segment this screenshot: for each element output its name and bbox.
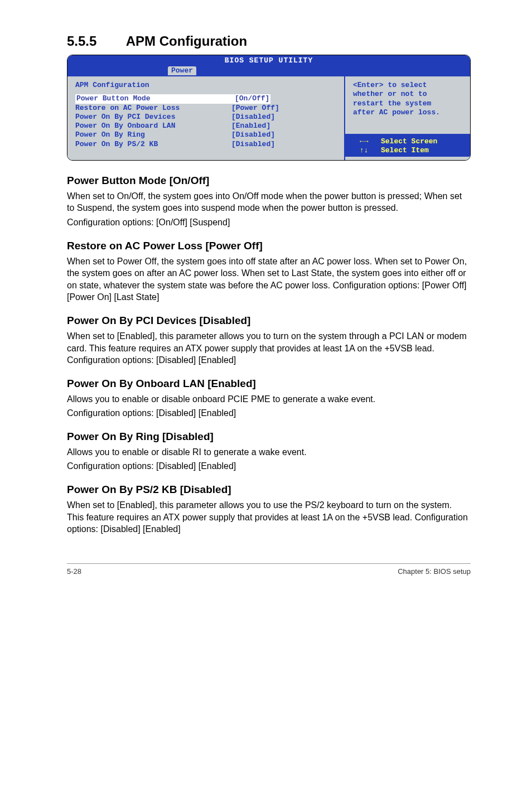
option-heading: Power On By Onboard LAN [Enabled] — [67, 378, 471, 390]
section-title: APM Configuration — [126, 33, 247, 49]
bios-setting-value: [On/Off] — [234, 94, 270, 103]
bios-setting-row: Power Button Mode[On/Off] — [75, 94, 336, 103]
option-block: Power On By Ring [Disabled]Allows you to… — [67, 431, 471, 472]
option-paragraph: Configuration options: [Disabled] [Enabl… — [67, 407, 471, 419]
option-paragraph: Allows you to enable or disable RI to ge… — [67, 446, 471, 458]
bios-setting-label: Restore on AC Power Loss — [75, 104, 231, 113]
bios-panel-title: APM Configuration — [75, 81, 336, 90]
option-paragraph: Allows you to enable or disable onboard … — [67, 393, 471, 405]
bios-setting-label: Power Button Mode — [75, 94, 234, 103]
bios-setting-value: [Disabled] — [231, 113, 275, 122]
bios-setting-row: Power On By Ring[Disabled] — [75, 131, 336, 139]
bios-help-line: <Enter> to select — [353, 81, 465, 90]
bios-help-line: whether or not to — [353, 90, 465, 99]
option-paragraph: Configuration options: [Disabled] [Enabl… — [67, 460, 471, 472]
option-block: Power On By Onboard LAN [Enabled]Allows … — [67, 378, 471, 419]
bios-screenshot: BIOS SETUP UTILITY Power APM Configurati… — [67, 55, 471, 161]
bios-setting-label: Power On By Onboard LAN — [75, 122, 231, 131]
option-block: Restore on AC Power Loss [Power Off]When… — [67, 240, 471, 303]
bios-setting-row: Power On By PS/2 KB[Disabled] — [75, 140, 336, 149]
page-number: 5-28 — [67, 567, 81, 576]
option-heading: Restore on AC Power Loss [Power Off] — [67, 240, 471, 252]
option-block: Power On By PCI Devices [Disabled]When s… — [67, 315, 471, 366]
bios-setting-value: [Disabled] — [231, 131, 275, 139]
option-heading: Power Button Mode [On/Off] — [67, 175, 471, 187]
option-paragraph: When set to [Enabled], this parameter al… — [67, 499, 471, 535]
option-paragraph: When set to [Enabled], this parameter al… — [67, 330, 471, 366]
page-footer: 5-28 Chapter 5: BIOS setup — [67, 563, 471, 576]
bios-key-legend: ←→ Select Screen ↑↓ Select Item — [345, 134, 470, 157]
bios-setting-label: Power On By Ring — [75, 131, 231, 139]
bios-active-tab: Power — [168, 66, 196, 75]
bios-help-line: after AC power loss. — [353, 108, 465, 117]
bios-setting-row: Power On By PCI Devices[Disabled] — [75, 113, 336, 122]
bios-tab-row: Power — [67, 66, 470, 76]
option-heading: Power On By Ring [Disabled] — [67, 431, 471, 443]
arrow-left-right-icon: ←→ — [350, 137, 381, 146]
key-label: Select Screen — [381, 137, 437, 146]
bios-setting-row: Power On By Onboard LAN[Enabled] — [75, 122, 336, 131]
option-paragraph: When set to Power Off, the system goes i… — [67, 255, 471, 303]
option-paragraph: Configuration options: [On/Off] [Suspend… — [67, 216, 471, 229]
option-heading: Power On By PS/2 KB [Disabled] — [67, 484, 471, 496]
bios-setting-value: [Disabled] — [231, 140, 275, 149]
bios-setting-value: [Power Off] — [231, 104, 279, 113]
bios-title-bar: BIOS SETUP UTILITY — [67, 55, 470, 66]
option-block: Power On By PS/2 KB [Disabled]When set t… — [67, 484, 471, 535]
bios-setting-row: Restore on AC Power Loss[Power Off] — [75, 104, 336, 113]
arrow-up-down-icon: ↑↓ — [350, 146, 381, 155]
option-heading: Power On By PCI Devices [Disabled] — [67, 315, 471, 327]
chapter-title: Chapter 5: BIOS setup — [398, 567, 471, 576]
section-heading: 5.5.5 APM Configuration — [67, 33, 471, 49]
option-paragraph: When set to On/Off, the system goes into… — [67, 190, 471, 214]
bios-help-panel: <Enter> to select whether or not to rest… — [344, 76, 470, 160]
bios-setting-label: Power On By PCI Devices — [75, 113, 231, 122]
bios-help-line: restart the system — [353, 99, 465, 108]
section-number: 5.5.5 — [67, 33, 123, 49]
bios-setting-value: [Enabled] — [231, 122, 270, 131]
key-label: Select Item — [381, 146, 429, 155]
bios-setting-label: Power On By PS/2 KB — [75, 140, 231, 149]
option-block: Power Button Mode [On/Off]When set to On… — [67, 175, 471, 229]
bios-settings-panel: APM Configuration Power Button Mode[On/O… — [67, 76, 344, 160]
